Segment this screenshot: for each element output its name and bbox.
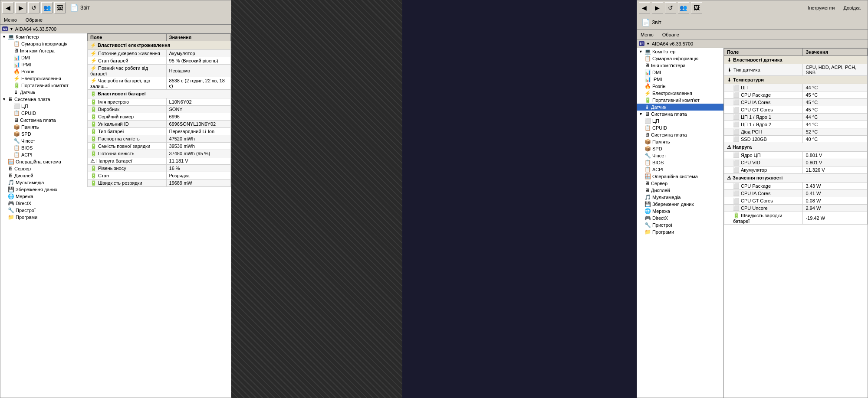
sidebar-item-sensor-right[interactable]: 🌡 Датчик	[637, 104, 723, 111]
sidebar-item-spd-left[interactable]: 📦 SPD	[0, 130, 87, 137]
row-icon: ⬜	[733, 99, 740, 105]
icon-devices-right: 🔧	[644, 222, 651, 228]
sidebar-item-cpuid-left[interactable]: 📋 CPUID	[0, 110, 87, 117]
sidebar-item-network-right[interactable]: 🌐 Мережа	[637, 208, 723, 215]
sidebar-item-cpu-right[interactable]: ⬜ ЦП	[637, 117, 723, 124]
sidebar-item-server-right[interactable]: 🖥 Сервер	[637, 180, 723, 187]
toolbar-title-right: 📄 Звіт	[639, 17, 664, 27]
menu-item-menu-right[interactable]: Меню	[639, 32, 655, 38]
menu-instruments-right[interactable]: Інструменти	[806, 5, 836, 11]
sidebar-item-multimedia-left[interactable]: 🎵 Мультимедіа	[0, 179, 87, 186]
icon-cpuid-left: 📋	[13, 110, 20, 116]
sidebar-item-computer-right[interactable]: ▼ 💻 Комп'ютер	[637, 48, 723, 55]
menu-item-favorites-right[interactable]: Обране	[661, 32, 681, 38]
section-power-icon-right: ⚠	[727, 175, 733, 180]
sidebar-item-devices-left[interactable]: 🔧 Пристрої	[0, 207, 87, 214]
sidebar-item-overclock-right[interactable]: 🔥 Розгін	[637, 83, 723, 90]
back-button-right[interactable]: ◀	[639, 2, 650, 13]
icon-programs-right: 📁	[644, 229, 651, 235]
sidebar-item-power-right[interactable]: ⚡ Електроживлення	[637, 90, 723, 97]
sidebar-item-spd-right[interactable]: 📦 SPD	[637, 145, 723, 152]
sidebar-item-memory-left[interactable]: 📦 Пам'ять	[0, 124, 87, 130]
sidebar-item-power-left[interactable]: ⚡ Електроживлення	[0, 75, 87, 82]
sidebar-item-bios-left[interactable]: 📋 BIOS	[0, 144, 87, 151]
table-row: ⚡Повний час роботи від батареї Невідомо	[88, 65, 231, 77]
users-button[interactable]: 👥	[41, 2, 53, 13]
label-computer-right: Комп'ютер	[652, 49, 675, 54]
sidebar-item-memory-right[interactable]: 📦 Пам'ять	[637, 138, 723, 145]
row-icon: 🔋	[90, 114, 97, 120]
sidebar-item-dmi-left[interactable]: 📊 DMI	[0, 54, 87, 61]
row-icon: 🔋	[733, 212, 740, 219]
section-battery-icon: 🔋	[90, 91, 98, 96]
sidebar-item-acpi-left[interactable]: 📋 ACPI	[0, 151, 87, 158]
menu-item-favorites-left[interactable]: Обране	[24, 17, 44, 23]
sidebar-item-ipmi-right[interactable]: 📊 IPMI	[637, 76, 723, 83]
menu-help-right[interactable]: Довідка	[842, 5, 862, 11]
label-network-right: Мережа	[652, 209, 670, 214]
sidebar-item-storage-right[interactable]: 💾 Збереження даних	[637, 201, 723, 208]
field-cell: 🔋Паспортна ємність	[88, 135, 167, 143]
sidebar-item-display-left[interactable]: 🖥 Дисплей	[0, 172, 87, 179]
sidebar-item-sysboard-right[interactable]: 🖥 Системна плата	[637, 131, 723, 138]
sidebar-item-acpi-right[interactable]: 📋 ACPI	[637, 166, 723, 173]
sidebar-item-devices-right[interactable]: 🔧 Пристрої	[637, 222, 723, 228]
sidebar-item-multimedia-right[interactable]: 🎵 Мультимедіа	[637, 194, 723, 201]
sidebar-item-directx-right[interactable]: 🎮 DirectX	[637, 215, 723, 222]
sidebar-item-motherboard-right[interactable]: ▼ 🖥 Системна плата	[637, 111, 723, 117]
icon-dmi-left: 📊	[13, 55, 20, 61]
sidebar-item-portable-left[interactable]: 🔋 Портативний комп'ют	[0, 82, 87, 89]
sidebar-item-cpu-left[interactable]: ⬜ ЦП	[0, 103, 87, 110]
refresh-button-right[interactable]: ↺	[665, 2, 676, 13]
sidebar-item-programs-right[interactable]: 📁 Програми	[637, 228, 723, 235]
label-cpuid-right: CPUID	[652, 125, 667, 130]
table-row: 🔋Рівень зносу 16 %	[88, 165, 231, 172]
sidebar-item-os-left[interactable]: 🪟 Операційна система	[0, 158, 87, 165]
chevron-right: ▼	[646, 42, 650, 46]
field-cell: ⬜ЦП	[724, 84, 803, 91]
right-panel: ◀ ▶ ↺ 👥 🖼 Інструменти Довідка 📄 Звіт Мен…	[637, 0, 868, 398]
sidebar-item-storage-left[interactable]: 💾 Збереження даних	[0, 186, 87, 193]
sidebar-item-chipset-left[interactable]: 🔧 Чіпсет	[0, 137, 87, 144]
row-icon: ⚡	[90, 50, 97, 56]
forward-button[interactable]: ▶	[15, 2, 26, 13]
section-sensor-icon: 🌡	[727, 57, 733, 62]
field-cell: ⬜CPU Uncore	[724, 205, 803, 212]
sidebar-item-compname-left[interactable]: 🖥 Ім'я комп'ютера	[0, 47, 87, 54]
image-button[interactable]: 🖼	[54, 2, 66, 13]
sidebar-item-server-left[interactable]: 🖥 Сервер	[0, 165, 87, 172]
field-cell: 🔋Поточна ємність	[88, 150, 167, 157]
sidebar-item-overclock-left[interactable]: 🔥 Розгін	[0, 68, 87, 75]
icon-devices-left: 🔧	[8, 207, 14, 213]
refresh-button[interactable]: ↺	[28, 2, 39, 13]
row-icon: 🔋	[90, 143, 97, 149]
sidebar-item-ipmi-left[interactable]: 📊 IPMI	[0, 61, 87, 68]
sidebar-item-sysboard-left[interactable]: 🖥 Системна плата	[0, 117, 87, 124]
sidebar-item-dmi-right[interactable]: 📊 DMI	[637, 69, 723, 76]
menu-item-menu-left[interactable]: Меню	[2, 17, 19, 23]
sidebar-item-network-left[interactable]: 🌐 Мережа	[0, 193, 87, 200]
sidebar-item-compname-right[interactable]: 🖥 Ім'я комп'ютера	[637, 62, 723, 69]
sidebar-item-computer-left[interactable]: ▼ 💻 Комп'ютер	[0, 33, 87, 40]
sidebar-item-programs-left[interactable]: 📁 Програми	[0, 214, 87, 221]
section-battery-header: 🔋 Властивості батареї	[88, 90, 231, 98]
sidebar-item-motherboard-left[interactable]: ▼ 🖥 Системна плата	[0, 96, 87, 103]
sidebar-item-summary-left[interactable]: 📋 Сумарна інформація	[0, 40, 87, 47]
sidebar-item-chipset-right[interactable]: 🔧 Чіпсет	[637, 152, 723, 159]
sidebar-item-sensor-left[interactable]: 🌡 Датчик	[0, 89, 87, 96]
table-row: ⬜Ядро ЦП 0.801 V	[724, 152, 867, 159]
value-cell: 45 °C	[803, 99, 868, 106]
sidebar-item-cpuid-right[interactable]: 📋 CPUID	[637, 124, 723, 131]
sidebar-item-summary-right[interactable]: 📋 Сумарна інформація	[637, 55, 723, 62]
section-battery-title: Властивості батареї	[98, 91, 145, 96]
sidebar-item-directx-left[interactable]: 🎮 DirectX	[0, 200, 87, 207]
back-button[interactable]: ◀	[2, 2, 13, 13]
sidebar-item-portable-right[interactable]: 🔋 Портативний комп'ют	[637, 97, 723, 104]
forward-button-right[interactable]: ▶	[652, 2, 663, 13]
users-button-right[interactable]: 👥	[678, 2, 689, 13]
value-cell: -19.42 W	[803, 212, 868, 225]
image-button-right[interactable]: 🖼	[691, 2, 702, 13]
sidebar-item-display-right[interactable]: 🖥 Дисплей	[637, 187, 723, 194]
sidebar-item-bios-right[interactable]: 📋 BIOS	[637, 159, 723, 166]
sidebar-item-os-right[interactable]: 🪟 Операційна система	[637, 173, 723, 180]
